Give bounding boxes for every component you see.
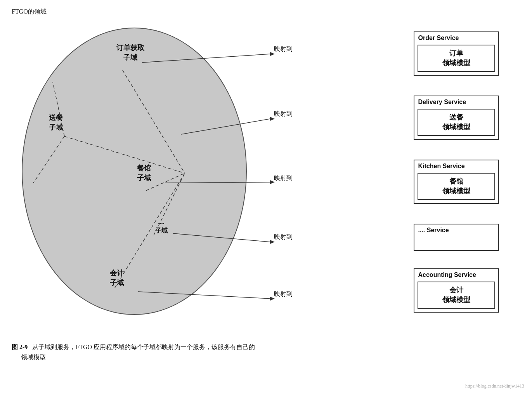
accounting-service-box: Accounting Service 会计领域模型	[414, 268, 499, 313]
diagram-area: 订单获取子域 送餐子域 餐馆子域 ....子域 会计子域	[10, 20, 522, 338]
delivery-service-box: Delivery Service 送餐领域模型	[414, 96, 499, 140]
order-service-box: Order Service 订单领域模型	[414, 31, 499, 76]
watermark: https://blog.csdn.net/dinjw1413	[465, 383, 524, 389]
subdomain-delivery: 送餐子域	[36, 113, 75, 132]
subdomain-accounting: 会计子域	[99, 268, 134, 288]
arrow-label-4: 映射到	[274, 233, 293, 241]
dots-service-box: .... Service	[414, 224, 499, 251]
subdomain-order: 订单获取子域	[107, 43, 154, 63]
arrow-label-3: 映射到	[274, 174, 293, 183]
page-container: FTGO的领域 订单获取子域 送餐子域 餐馆子域 ....子域 会计子域	[0, 0, 532, 393]
subdomain-dots: ....子域	[146, 218, 177, 235]
arrow-label-1: 映射到	[274, 45, 293, 53]
caption-text: 从子域到服务，FTGO 应用程序域的每个子域都映射为一个服务，该服务有自己的	[32, 344, 255, 350]
order-service-title: Order Service	[414, 32, 498, 43]
delivery-service-inner: 送餐领域模型	[418, 109, 495, 136]
kitchen-service-inner: 餐馆领域模型	[418, 173, 495, 200]
subdomain-kitchen: 餐馆子域	[127, 163, 161, 183]
arrow-label-5: 映射到	[274, 290, 293, 298]
diagram-title: FTGO的领域	[12, 8, 524, 16]
arrow-label-2: 映射到	[274, 110, 293, 118]
accounting-service-title: Accounting Service	[414, 269, 498, 280]
order-service-inner: 订单领域模型	[418, 45, 495, 72]
kitchen-service-box: Kitchen Service 餐馆领域模型	[414, 160, 499, 204]
figure-caption: 图 2-9 从子域到服务，FTGO 应用程序域的每个子域都映射为一个服务，该服务…	[12, 342, 524, 362]
figure-number: 图 2-9	[12, 344, 28, 350]
dots-service-title: .... Service	[414, 224, 498, 235]
delivery-service-title: Delivery Service	[414, 96, 498, 107]
kitchen-service-title: Kitchen Service	[414, 160, 498, 171]
caption-text2: 领域模型	[21, 354, 46, 360]
accounting-service-inner: 会计领域模型	[418, 282, 495, 309]
